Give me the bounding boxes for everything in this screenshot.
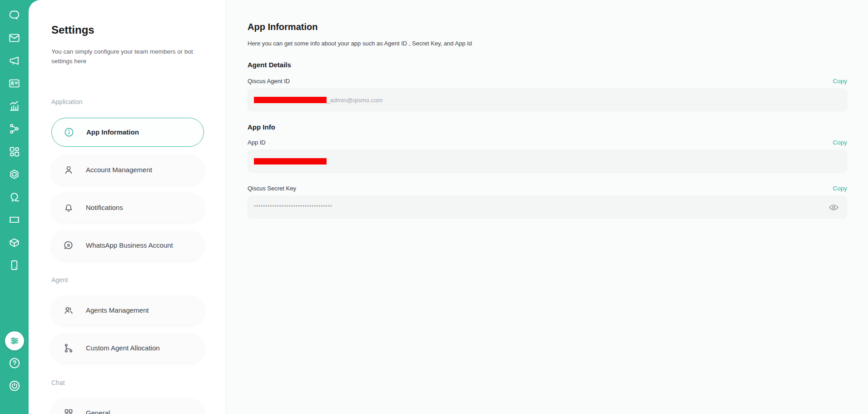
section-heading-agent-details: Agent Details bbox=[248, 61, 847, 69]
group-label-application: Application bbox=[51, 98, 225, 105]
copy-agent-id-link[interactable]: Copy bbox=[833, 78, 847, 85]
grid-icon bbox=[63, 408, 74, 414]
sidebar-subtitle: You can simply configure your team membe… bbox=[51, 47, 198, 66]
app-id-field[interactable] bbox=[248, 150, 847, 173]
eye-icon[interactable] bbox=[828, 201, 839, 213]
icon-rail bbox=[0, 0, 29, 414]
svg-text:B: B bbox=[67, 243, 70, 248]
agent-id-value: _admin@qismo.com bbox=[327, 97, 382, 104]
bell-icon bbox=[63, 202, 74, 213]
sidebar-title: Settings bbox=[51, 24, 225, 36]
field-label-row: Qiscus Secret Key Copy bbox=[248, 185, 847, 192]
integration-layers-icon[interactable] bbox=[5, 165, 24, 183]
sidebar-item-label: Notifications bbox=[86, 204, 123, 211]
group-label-agent: Agent bbox=[51, 276, 225, 284]
group-label-chat: Chat bbox=[51, 379, 225, 386]
main-content: App Information Here you can get some in… bbox=[226, 0, 868, 414]
people-icon bbox=[63, 305, 74, 316]
branch-icon bbox=[63, 343, 74, 354]
copy-secret-key-link[interactable]: Copy bbox=[833, 185, 847, 192]
sidebar-item-general[interactable]: General bbox=[51, 399, 204, 414]
sidebar-item-label: Agents Management bbox=[86, 306, 149, 314]
field-label-qiscus-agent-id: Qiscus Agent ID bbox=[248, 78, 290, 85]
power-icon[interactable] bbox=[0, 379, 29, 392]
rail-top-group bbox=[0, 0, 29, 279]
analytics-icon[interactable] bbox=[5, 97, 24, 115]
qiscus-agent-id-field[interactable]: _admin@qismo.com bbox=[248, 89, 847, 111]
sidebar-item-app-information[interactable]: App Information bbox=[51, 118, 204, 147]
qiscus-secret-key-field[interactable]: ********************************** bbox=[248, 196, 847, 219]
field-label-row: App ID Copy bbox=[248, 139, 847, 146]
mobile-app-icon[interactable] bbox=[5, 256, 24, 274]
sidebar-item-agents-management[interactable]: Agents Management bbox=[51, 296, 204, 325]
sidebar-item-label: General bbox=[86, 409, 110, 414]
field-label-qiscus-secret-key: Qiscus Secret Key bbox=[248, 185, 296, 192]
sidebar-item-custom-agent-allocation[interactable]: Custom Agent Allocation bbox=[51, 334, 204, 363]
page-description: Here you can get some info about your ap… bbox=[248, 40, 847, 47]
inbox-box-icon[interactable] bbox=[5, 233, 24, 251]
apps-grid-icon[interactable] bbox=[5, 142, 24, 160]
page-title: App Information bbox=[248, 22, 847, 32]
settings-sidebar: Settings You can simply configure your t… bbox=[29, 0, 226, 414]
settings-sliders-button[interactable] bbox=[0, 331, 29, 350]
section-heading-app-info: App Info bbox=[248, 123, 847, 131]
redaction-bar bbox=[254, 97, 327, 103]
qiscus-logo-icon[interactable] bbox=[5, 6, 24, 24]
redaction-bar bbox=[254, 158, 327, 165]
whatsapp-business-icon: B bbox=[63, 240, 74, 251]
sidebar-item-label: App Information bbox=[86, 128, 139, 136]
sidebar-item-label: Custom Agent Allocation bbox=[86, 344, 160, 352]
mail-icon[interactable] bbox=[5, 29, 24, 47]
contacts-card-icon[interactable] bbox=[5, 74, 24, 92]
sidebar-item-label: WhatsApp Business Account bbox=[86, 241, 173, 249]
info-circle-icon bbox=[64, 127, 74, 138]
help-icon[interactable] bbox=[0, 357, 29, 369]
sidebar-item-account-management[interactable]: Account Management bbox=[51, 155, 204, 185]
share-icon[interactable] bbox=[5, 120, 24, 138]
sidebar-item-whatsapp-business-account[interactable]: B WhatsApp Business Account bbox=[51, 231, 204, 260]
ticket-icon[interactable] bbox=[5, 210, 24, 229]
sidebar-item-notifications[interactable]: Notifications bbox=[51, 193, 204, 222]
person-icon bbox=[63, 165, 74, 175]
active-pill bbox=[5, 331, 24, 350]
customers-icon[interactable] bbox=[5, 188, 24, 206]
field-label-app-id: App ID bbox=[248, 139, 266, 146]
sidebar-item-label: Account Management bbox=[86, 166, 152, 174]
copy-app-id-link[interactable]: Copy bbox=[833, 139, 847, 146]
secret-key-masked-value: ********************************** bbox=[254, 205, 332, 209]
broadcast-megaphone-icon[interactable] bbox=[5, 51, 24, 70]
app-window: Settings You can simply configure your t… bbox=[0, 0, 868, 414]
field-label-row: Qiscus Agent ID Copy bbox=[248, 78, 847, 85]
